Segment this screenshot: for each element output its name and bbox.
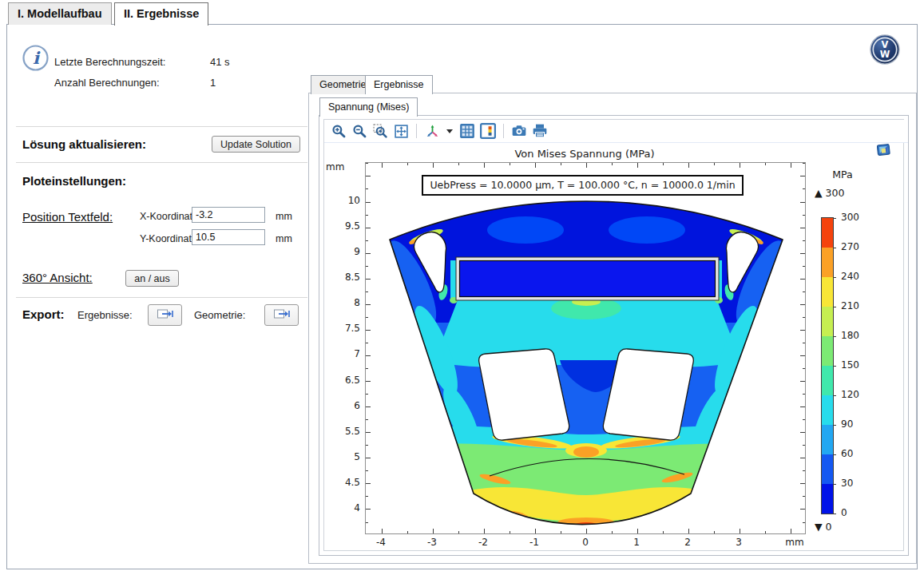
x-axis-tick bbox=[433, 529, 434, 533]
y-axis-tick bbox=[800, 406, 805, 407]
update-solution-label: Lösung aktualisieren: bbox=[22, 137, 146, 151]
y-axis-tick bbox=[366, 394, 368, 395]
snapshot-icon[interactable] bbox=[511, 123, 527, 139]
y-axis-tick bbox=[366, 188, 368, 189]
y-axis-tick bbox=[800, 458, 805, 458]
x-axis-tick bbox=[663, 531, 664, 533]
stress-plot-canvas[interactable] bbox=[365, 162, 806, 534]
plot-window-icon[interactable] bbox=[875, 141, 892, 161]
y-axis-tick bbox=[366, 458, 371, 458]
grid-icon[interactable] bbox=[459, 123, 475, 139]
y-axis-tick bbox=[803, 470, 805, 471]
y-axis-tick bbox=[803, 496, 805, 497]
x-axis-tick bbox=[382, 163, 383, 168]
y-axis-tick bbox=[366, 343, 368, 343]
toolbar-separator bbox=[503, 124, 504, 138]
y-axis-tick bbox=[800, 330, 805, 331]
colorbar-tick bbox=[833, 336, 836, 337]
colorbar-tick-label: 30 bbox=[841, 478, 853, 489]
x-axis-tick-label: 3 bbox=[723, 537, 755, 548]
x-axis-tick-label: -4 bbox=[365, 537, 397, 548]
y-axis-tick bbox=[366, 291, 368, 292]
colorbar-segment bbox=[822, 425, 833, 454]
zoom-in-icon[interactable] bbox=[331, 123, 347, 139]
colorbar-segment bbox=[822, 218, 833, 248]
colorbar-tick bbox=[833, 277, 836, 278]
view-360-label: 360° Ansicht: bbox=[22, 271, 93, 284]
toolbar-separator bbox=[416, 124, 417, 138]
y-axis-tick bbox=[366, 355, 371, 356]
export-geometry-button[interactable] bbox=[264, 304, 299, 326]
y-axis-tick-label: 9 bbox=[319, 246, 360, 257]
x-axis-tick-label: -1 bbox=[518, 537, 550, 548]
y-axis-tick bbox=[800, 483, 805, 484]
y-axis-tick bbox=[800, 381, 805, 382]
y-axis-tick-label: 6.5 bbox=[319, 375, 360, 386]
y-axis-tick-label: 7 bbox=[319, 348, 360, 359]
y-axis-tick bbox=[800, 202, 805, 203]
colorbar-tick-label: 210 bbox=[841, 300, 859, 311]
export-results-button[interactable] bbox=[148, 304, 182, 326]
colorbar-tick bbox=[833, 514, 836, 514]
colorbar-segment bbox=[822, 366, 833, 395]
y-axis-tick bbox=[803, 163, 805, 164]
view-orientation-icon[interactable] bbox=[424, 123, 440, 139]
last-calc-value: 41 s bbox=[210, 56, 230, 68]
y-coordinate-input[interactable] bbox=[192, 229, 265, 245]
colorbar-segment bbox=[822, 454, 833, 484]
tab-ergebnisse-view[interactable]: Ergebnisse bbox=[365, 75, 433, 94]
tab-ergebnisse[interactable]: II. Ergebnisse bbox=[114, 2, 208, 26]
plot-settings-heading: Ploteinstellungen: bbox=[22, 174, 126, 188]
tab-spannung-mises[interactable]: Spannung (Mises) bbox=[319, 97, 418, 117]
x-axis-unit-label: mm bbox=[779, 537, 811, 548]
x-axis-tick bbox=[484, 529, 485, 533]
update-solution-button[interactable]: Update Solution bbox=[212, 136, 300, 153]
zoom-out-icon[interactable] bbox=[351, 123, 367, 139]
x-axis-tick bbox=[740, 163, 740, 168]
y-axis-tick-label: 10 bbox=[319, 195, 360, 206]
x-axis-tick bbox=[791, 529, 791, 533]
x-axis-tick bbox=[612, 531, 613, 533]
x-axis-tick bbox=[458, 163, 459, 165]
y-axis-tick bbox=[803, 291, 805, 292]
y-axis-tick bbox=[366, 330, 371, 331]
colorbar-max-label: ▲ 300 bbox=[815, 187, 844, 199]
tab-modellaufbau[interactable]: I. Modellaufbau bbox=[8, 2, 112, 25]
x-axis-tick bbox=[714, 163, 715, 165]
application-window: I. Modellaufbau II. Ergebnisse i Letzte … bbox=[0, 0, 924, 575]
y-axis-tick bbox=[803, 317, 805, 318]
view-360-toggle-button[interactable]: an / aus bbox=[125, 270, 179, 287]
colorbar-tick bbox=[833, 425, 836, 426]
y-axis-tick bbox=[366, 496, 368, 497]
last-calc-label: Letzte Berechnungszeit: bbox=[54, 56, 165, 68]
y-axis-tick bbox=[803, 343, 805, 343]
x-axis-tick-label: 1 bbox=[621, 537, 652, 548]
zoom-box-icon[interactable] bbox=[372, 123, 388, 139]
colorbar-segment bbox=[822, 484, 833, 514]
y-axis-tick bbox=[803, 445, 805, 446]
x-axis-tick bbox=[586, 529, 587, 533]
x-axis-tick bbox=[740, 529, 740, 533]
y-axis-tick bbox=[366, 228, 371, 228]
colorbar-tick-label: 270 bbox=[841, 241, 859, 252]
x-axis-tick bbox=[714, 531, 715, 533]
v-pocket-right bbox=[603, 349, 693, 440]
legend-icon[interactable] bbox=[480, 123, 496, 139]
x-axis-tick bbox=[535, 529, 536, 533]
dropdown-caret-icon[interactable] bbox=[445, 123, 454, 139]
y-axis-tick-label: 5.5 bbox=[319, 426, 360, 437]
calc-count-value: 1 bbox=[210, 77, 216, 89]
vw-logo: V W bbox=[870, 34, 900, 68]
y-axis-tick-label: 8 bbox=[319, 297, 360, 308]
x-axis-tick bbox=[510, 531, 510, 533]
x-coordinate-input[interactable] bbox=[192, 207, 265, 223]
print-icon[interactable] bbox=[532, 123, 548, 139]
y-axis-tick bbox=[803, 419, 805, 420]
x-axis-tick bbox=[561, 163, 561, 165]
plot-title: Von Mises Spannung (MPa) bbox=[365, 148, 804, 160]
y-axis-tick bbox=[366, 202, 371, 203]
x-axis-tick bbox=[637, 163, 638, 168]
colorbar-tick bbox=[833, 366, 836, 367]
zoom-extents-icon[interactable] bbox=[393, 123, 409, 139]
y-axis-tick bbox=[800, 279, 805, 280]
